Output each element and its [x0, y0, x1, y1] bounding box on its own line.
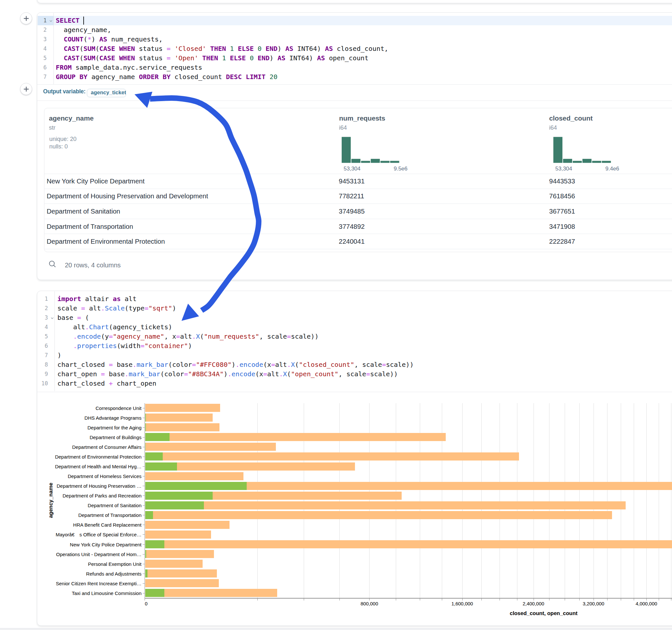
- line-number: 5: [38, 332, 48, 341]
- table-cell: 2222847: [549, 238, 575, 245]
- line-number: 3: [38, 35, 47, 44]
- gutter-divider: [54, 291, 55, 391]
- code-line: agency_name,: [56, 25, 111, 35]
- code-line: scale = alt.Scale(type="sqrt"): [57, 304, 176, 313]
- table-cell: New York City Police Department: [47, 177, 145, 185]
- table-cell: 3749485: [339, 208, 365, 215]
- gutter-divider: [53, 13, 54, 84]
- code-line: .encode(y="agency_name", x=alt.X("num_re…: [57, 332, 319, 341]
- sql-cell-card: 1SELECT 2 agency_name,3 COUNT(*) AS num_…: [37, 12, 672, 280]
- code-line: import altair as alt: [57, 294, 137, 304]
- line-number: 3: [38, 313, 48, 322]
- column-stat: nulls: 0: [49, 143, 68, 150]
- column-histogram: [553, 137, 613, 163]
- add-cell-button-middle[interactable]: [20, 83, 32, 95]
- cell-divider: [37, 100, 672, 101]
- code-line: CAST(SUM(CASE WHEN status = 'Open' THEN …: [56, 53, 368, 63]
- cell-divider: [37, 84, 672, 84]
- line-number: 4: [38, 322, 48, 332]
- table-cell: 9443533: [549, 177, 575, 185]
- line-number: 4: [38, 44, 47, 53]
- column-dtype: i64: [549, 124, 557, 131]
- hist-min-label: 53,304: [555, 166, 572, 172]
- search-icon[interactable]: [48, 260, 57, 268]
- table-cell: 2240041: [339, 238, 365, 245]
- fold-chevron-icon[interactable]: [50, 316, 54, 320]
- line-number: 5: [38, 53, 47, 63]
- table-cell: 9453131: [339, 177, 365, 185]
- column-header[interactable]: num_requests: [339, 114, 385, 122]
- fold-chevron-icon[interactable]: [49, 19, 53, 23]
- table-cell: Department of Housing Preservation and D…: [47, 192, 208, 200]
- active-line-highlight: [53, 16, 672, 25]
- code-line: COUNT(*) AS num_requests,: [56, 35, 163, 44]
- hist-max-label: 9.5e6: [381, 166, 407, 172]
- table-row[interactable]: Department of Housing Preservation and D…: [44, 189, 672, 204]
- line-number: 6: [38, 341, 48, 350]
- column-histogram: [342, 137, 401, 163]
- line-number: 6: [38, 63, 47, 72]
- previous-cell-remnant: [37, 0, 672, 3]
- plus-icon: [23, 15, 30, 22]
- code-line: chart_open = base.mark_bar(color="#8BC34…: [57, 369, 398, 379]
- next-cell-remnant: [0, 628, 672, 630]
- code-line: alt.Chart(agency_tickets): [57, 322, 172, 332]
- table-row-count: 20 rows, 4 columns: [65, 262, 121, 269]
- cell-divider: [37, 392, 672, 392]
- column-header[interactable]: agency_name: [49, 114, 94, 122]
- add-cell-button-top[interactable]: [20, 12, 32, 24]
- python-cell-card: 1import altair as alt2scale = alt.Scale(…: [37, 291, 672, 626]
- code-line: SELECT: [56, 16, 83, 25]
- table-cell: Department of Sanitation: [47, 208, 120, 215]
- output-variable-badge[interactable]: agency_tickets: [87, 89, 126, 97]
- code-line: ): [57, 350, 61, 360]
- line-number: 2: [38, 304, 48, 313]
- output-variable-label: Output variable:: [43, 88, 86, 95]
- line-number: 1: [38, 294, 48, 304]
- table-cell: 7782211: [339, 192, 364, 200]
- table-cell: Department of Environmental Protection: [47, 238, 165, 245]
- column-dtype: str: [49, 124, 55, 131]
- hist-min-label: 53,304: [344, 166, 360, 172]
- code-line: chart_closed + chart_open: [57, 379, 156, 388]
- line-number: 7: [38, 350, 48, 360]
- line-number: 7: [38, 72, 47, 82]
- code-line: .properties(width="container"): [57, 341, 192, 350]
- table-row[interactable]: Department of Sanitation37494853677651: [44, 204, 672, 219]
- table-cell: 3471908: [549, 223, 575, 231]
- code-line: CAST(SUM(CASE WHEN status = 'Closed' THE…: [56, 44, 388, 53]
- table-row[interactable]: Department of Transportation377489234719…: [44, 219, 672, 234]
- hist-max-label: 9.4e6: [592, 166, 619, 172]
- table-cell: 3774892: [339, 223, 365, 231]
- plus-icon: [23, 86, 30, 93]
- table-cell: Department of Transportation: [47, 223, 133, 231]
- table-cell: 3677651: [549, 208, 575, 215]
- table-row[interactable]: New York City Police Department945313194…: [44, 174, 672, 189]
- code-line: GROUP BY agency_name ORDER BY closed_cou…: [56, 72, 278, 82]
- line-number: 2: [38, 25, 47, 35]
- code-line: FROM sample_data.nyc.service_requests: [56, 63, 202, 72]
- line-number: 10: [38, 379, 48, 388]
- code-line: base = (: [57, 313, 89, 322]
- text-cursor: [83, 17, 84, 25]
- line-number: 9: [38, 369, 48, 379]
- column-stat: unique: 20: [49, 136, 76, 143]
- column-header[interactable]: closed_count: [549, 114, 593, 122]
- line-number: 1: [38, 16, 47, 25]
- table-cell: 7618456: [549, 192, 575, 200]
- table-row[interactable]: Department of Environmental Protection22…: [44, 234, 672, 249]
- column-dtype: i64: [339, 124, 347, 131]
- code-line: chart_closed = base.mark_bar(color="#FFC…: [57, 360, 414, 369]
- notebook-page: 1SELECT 2 agency_name,3 COUNT(*) AS num_…: [0, 0, 672, 630]
- line-number: 8: [38, 360, 48, 369]
- dataframe-table: agency_namestrunique: 20nulls: 0num_requ…: [44, 108, 672, 252]
